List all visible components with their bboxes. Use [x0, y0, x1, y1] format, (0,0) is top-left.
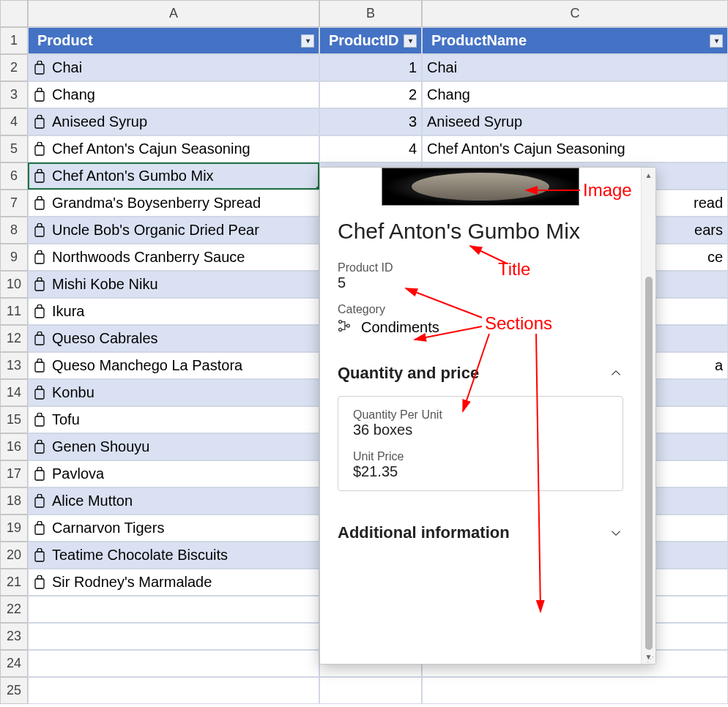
cell-product[interactable]: Teatime Chocolate Biscuits [28, 542, 319, 569]
cell-product[interactable]: Tofu [28, 406, 319, 433]
cell-text: 4 [409, 141, 417, 157]
cell-product[interactable]: Alice Mutton [28, 487, 319, 515]
cell-text: Uncle Bob's Organic Dried Pear [52, 222, 259, 239]
cell-product[interactable]: Carnarvon Tigers [28, 515, 319, 542]
row-header-6[interactable]: 6 [0, 162, 28, 190]
row-header-4[interactable]: 4 [0, 108, 28, 135]
table-header-label: ProductID [329, 32, 399, 49]
row-header-1[interactable]: 1 [0, 27, 28, 54]
chevron-up-icon [609, 366, 623, 381]
row-header-23[interactable]: 23 [0, 623, 28, 650]
table-header-product[interactable]: Product▾ [28, 27, 319, 54]
card-scrollbar[interactable]: ▲ ▼ [641, 168, 655, 664]
row-header-5[interactable]: 5 [0, 135, 28, 162]
cell-product[interactable]: Queso Manchego La Pastora [28, 352, 319, 379]
filter-dropdown-icon[interactable]: ▾ [404, 34, 417, 48]
cell-product[interactable] [28, 650, 319, 677]
row-header-14[interactable]: 14 [0, 379, 28, 406]
svg-rect-12 [35, 389, 44, 399]
row-header-11[interactable]: 11 [0, 298, 28, 325]
cell-text: Chai [427, 59, 457, 76]
table-header-productId[interactable]: ProductID▾ [319, 27, 422, 54]
table-header-productName[interactable]: ProductName▾ [422, 27, 728, 54]
cell-product[interactable]: Mishi Kobe Niku [28, 271, 319, 298]
cell-product[interactable]: Northwoods Cranberry Sauce [28, 244, 319, 271]
row-header-17[interactable]: 17 [0, 460, 28, 487]
row-header-13[interactable]: 13 [0, 352, 28, 379]
row-header-3[interactable]: 3 [0, 81, 28, 108]
row-header-24[interactable]: 24 [0, 650, 28, 677]
cell-product[interactable]: Uncle Bob's Organic Dried Pear [28, 217, 319, 244]
cell-product[interactable]: Chef Anton's Cajun Seasoning [28, 135, 319, 162]
cell-productid[interactable]: 2 [319, 81, 422, 108]
row-header-22[interactable]: 22 [0, 596, 28, 623]
cell-text: Queso Manchego La Pastora [52, 357, 242, 374]
cell-product[interactable]: Genen Shouyu [28, 433, 319, 460]
cell-productname[interactable]: Chai [422, 54, 728, 81]
cell-text: 3 [409, 113, 417, 130]
cell-text: Pavlova [52, 465, 104, 482]
cell-text: Aniseed Syrup [52, 113, 147, 130]
cell-productname[interactable]: Aniseed Syrup [422, 108, 728, 135]
svg-rect-11 [35, 362, 44, 372]
cell-product[interactable]: Chef Anton's Gumbo Mix [28, 162, 319, 190]
cell-product[interactable]: Chai [28, 54, 319, 81]
cell-product[interactable]: Queso Cabrales [28, 325, 319, 352]
section-additional-info[interactable]: Additional information [338, 523, 623, 542]
svg-rect-7 [35, 254, 44, 263]
cell-text: Northwoods Cranberry Sauce [52, 249, 245, 266]
row-header-9[interactable]: 9 [0, 244, 28, 271]
cell-productid[interactable]: 3 [319, 108, 422, 135]
cell-product[interactable] [28, 677, 319, 704]
row-header-8[interactable]: 8 [0, 217, 28, 244]
cell-productname[interactable]: Chang [422, 81, 728, 108]
row-header-25[interactable]: 25 [0, 677, 28, 704]
col-header-C[interactable]: C [422, 0, 728, 27]
scroll-up-icon[interactable]: ▲ [643, 169, 655, 181]
row-header-16[interactable]: 16 [0, 433, 28, 460]
qpu-value: 36 boxes [353, 422, 608, 438]
cell-productname[interactable] [422, 677, 728, 704]
col-header-B[interactable]: B [319, 0, 422, 27]
cell-product[interactable]: Pavlova [28, 460, 319, 487]
col-header-A[interactable]: A [28, 0, 319, 27]
cell-text: Mishi Kobe Niku [52, 276, 158, 293]
svg-rect-19 [35, 579, 44, 588]
scroll-thumb[interactable] [645, 277, 653, 650]
cell-text: a [715, 357, 723, 374]
row-header-19[interactable]: 19 [0, 515, 28, 542]
row-header-18[interactable]: 18 [0, 487, 28, 515]
row-header-10[interactable]: 10 [0, 271, 28, 298]
svg-rect-8 [35, 281, 44, 291]
cell-product[interactable]: Konbu [28, 379, 319, 406]
cell-product[interactable] [28, 596, 319, 623]
cell-product[interactable]: Grandma's Boysenberry Spread [28, 190, 319, 217]
cell-product[interactable] [28, 623, 319, 650]
cell-productid[interactable]: 1 [319, 54, 422, 81]
cell-productid[interactable] [319, 677, 422, 704]
row-header-21[interactable]: 21 [0, 569, 28, 596]
row-header-7[interactable]: 7 [0, 190, 28, 217]
cell-product[interactable]: Sir Rodney's Marmalade [28, 569, 319, 596]
unitprice-value: $21.35 [353, 463, 608, 480]
select-all-corner[interactable] [0, 0, 28, 27]
row-header-20[interactable]: 20 [0, 542, 28, 569]
svg-rect-5 [35, 200, 44, 209]
cell-product[interactable]: Ikura [28, 298, 319, 325]
cell-productid[interactable]: 4 [319, 135, 422, 162]
cell-product[interactable]: Aniseed Syrup [28, 108, 319, 135]
cell-text: Grandma's Boysenberry Spread [52, 195, 261, 212]
row-header-12[interactable]: 12 [0, 325, 28, 352]
cell-productname[interactable]: Chef Anton's Cajun Seasoning [422, 135, 728, 162]
svg-rect-0 [35, 64, 44, 74]
section-quantity-price[interactable]: Quantity and price [338, 364, 623, 383]
filter-dropdown-icon[interactable]: ▾ [710, 34, 723, 48]
svg-rect-3 [35, 146, 44, 155]
cell-text: Ikura [52, 303, 84, 320]
cell-product[interactable]: Chang [28, 81, 319, 108]
resize-handle-icon[interactable]: ⋰ [647, 655, 654, 662]
data-type-icon [33, 575, 46, 591]
filter-dropdown-icon[interactable]: ▾ [301, 34, 314, 48]
row-header-2[interactable]: 2 [0, 54, 28, 81]
row-header-15[interactable]: 15 [0, 406, 28, 433]
